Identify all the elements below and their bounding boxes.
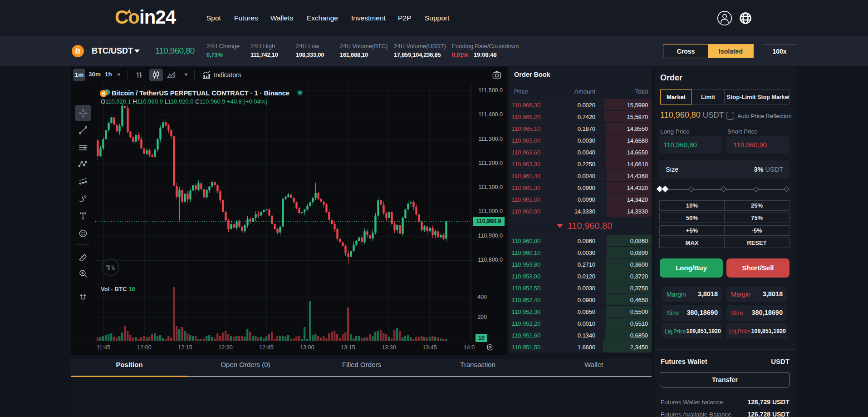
svg-text:B: B [102,91,105,96]
